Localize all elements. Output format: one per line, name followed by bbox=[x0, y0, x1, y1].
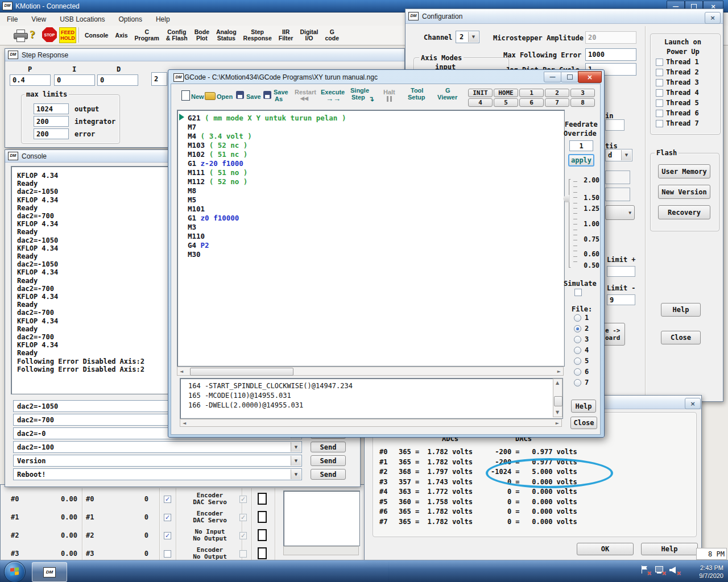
p-field[interactable]: 0.4 bbox=[10, 74, 51, 86]
file-radio-6[interactable] bbox=[574, 368, 581, 376]
file-radio-7[interactable] bbox=[574, 379, 581, 386]
toolbar-button-configflash[interactable]: Config& Flash bbox=[163, 27, 191, 44]
field-fragment[interactable] bbox=[605, 171, 630, 184]
thread-checkbox-4[interactable] bbox=[656, 89, 663, 97]
adc-ok-button[interactable]: OK bbox=[577, 543, 634, 555]
file-radio-5[interactable] bbox=[574, 357, 581, 365]
file-radio-4[interactable] bbox=[574, 347, 581, 354]
field-fragment[interactable] bbox=[605, 188, 630, 201]
file-radio-1[interactable] bbox=[574, 314, 581, 322]
axis-enable-checkbox[interactable]: ✓ bbox=[164, 532, 171, 539]
jog-button-3[interactable]: 3 bbox=[570, 89, 595, 97]
new-button[interactable]: New bbox=[191, 93, 204, 100]
axis-io-checkbox[interactable] bbox=[258, 511, 267, 523]
toolbar-button-axis[interactable]: Axis bbox=[111, 27, 131, 44]
save-button[interactable]: Save bbox=[246, 93, 261, 100]
limit-minus-field[interactable]: 9 bbox=[607, 294, 635, 305]
print-icon[interactable] bbox=[14, 30, 27, 41]
thread-checkbox-3[interactable] bbox=[656, 79, 663, 86]
file-radio-2[interactable] bbox=[574, 325, 581, 332]
new-version-button[interactable]: New Version bbox=[658, 185, 710, 199]
status-vscrollbar-thumb[interactable] bbox=[554, 396, 562, 406]
axis-dropdown-fragment[interactable]: d ▼ bbox=[605, 149, 632, 161]
new-file-icon[interactable] bbox=[181, 90, 190, 101]
jog-button-1[interactable]: 1 bbox=[519, 89, 544, 97]
gain-field-fragment[interactable] bbox=[605, 119, 624, 131]
stop-icon[interactable]: STOP bbox=[42, 27, 57, 42]
tray-network-icon[interactable]: × bbox=[655, 566, 664, 575]
chevron-down-icon[interactable]: ▼ bbox=[291, 442, 301, 452]
toolbar-button-gcode[interactable]: Gcode bbox=[322, 27, 343, 44]
status-vscrollbar[interactable]: ▲ ▼ bbox=[553, 379, 562, 417]
open-folder-icon[interactable] bbox=[205, 92, 216, 100]
max-error-field[interactable]: 200 bbox=[34, 128, 69, 139]
open-button[interactable]: Open bbox=[217, 93, 233, 100]
command-combo[interactable]: dac2=-100▼ bbox=[13, 441, 302, 453]
max-output-field[interactable]: 1024 bbox=[34, 103, 69, 114]
toolbar-button-digitalio[interactable]: DigitalI/O bbox=[296, 27, 321, 44]
recovery-button[interactable]: Recovery bbox=[658, 205, 710, 219]
gcode-hscrollbar-thumb[interactable] bbox=[190, 368, 293, 376]
toolbar-button-bodeplot[interactable]: BodePlot bbox=[191, 27, 213, 44]
config-help-button[interactable]: Help bbox=[661, 303, 701, 317]
thread-checkbox-5[interactable] bbox=[656, 99, 663, 107]
max-integrator-field[interactable]: 200 bbox=[34, 116, 69, 127]
max-following-error-field[interactable]: 1000 bbox=[585, 48, 636, 61]
gcode-maximize-button[interactable] bbox=[561, 72, 578, 82]
tool-setup-button[interactable]: Tool bbox=[411, 87, 423, 94]
adc-help-button[interactable]: Help bbox=[641, 543, 698, 555]
help-icon[interactable]: ? bbox=[30, 28, 35, 41]
axis-io-checkbox[interactable] bbox=[258, 529, 267, 541]
restart-button[interactable]: Restart bbox=[295, 89, 316, 95]
taskbar-clock[interactable]: 2:43 PM 9/7/2020 bbox=[682, 563, 723, 580]
axis-secondary-checkbox[interactable]: ✓ bbox=[239, 496, 247, 503]
save-as-button[interactable]: Save bbox=[274, 89, 288, 95]
simulate-checkbox[interactable] bbox=[574, 289, 582, 296]
limit-plus-field[interactable] bbox=[607, 266, 635, 277]
channel-field[interactable]: 2 bbox=[151, 72, 167, 86]
thread-checkbox-2[interactable] bbox=[656, 69, 663, 76]
jog-button-init[interactable]: INIT bbox=[468, 89, 493, 97]
axis-enable-checkbox[interactable] bbox=[164, 550, 171, 558]
gcode-hscrollbar[interactable]: ◄ ► bbox=[177, 367, 564, 376]
command-combo[interactable]: Version▼ bbox=[13, 455, 302, 467]
thread-checkbox-6[interactable] bbox=[656, 110, 663, 117]
config-close-button[interactable]: Close bbox=[661, 331, 701, 344]
file-radio-3[interactable] bbox=[574, 336, 581, 343]
save-as-icon[interactable] bbox=[263, 91, 271, 99]
jog-button-home[interactable]: HOME bbox=[494, 89, 518, 97]
toolbar-button-iirfilter[interactable]: IIRFilter bbox=[275, 27, 297, 44]
tray-flag-icon[interactable]: × bbox=[640, 566, 650, 575]
single-step-button[interactable]: Single bbox=[350, 87, 369, 94]
send-button[interactable]: Send bbox=[311, 455, 346, 466]
gcode-close-button[interactable]: × bbox=[578, 71, 602, 83]
chevron-down-icon[interactable]: ▼ bbox=[621, 150, 631, 160]
user-memory-button[interactable]: User Memory bbox=[658, 164, 710, 178]
axis-side-panel[interactable] bbox=[283, 490, 360, 546]
d-field[interactable]: 0 bbox=[97, 74, 138, 86]
thread-checkbox-1[interactable] bbox=[656, 59, 663, 66]
start-button[interactable] bbox=[4, 561, 26, 582]
menu-usb-locations[interactable]: USB Locations bbox=[53, 13, 111, 26]
taskbar-kmotion-button[interactable]: DM bbox=[32, 562, 67, 582]
thread-checkbox-7[interactable] bbox=[656, 120, 663, 127]
tool-setup-button-line2[interactable]: Setup bbox=[408, 94, 425, 101]
axis-enable-checkbox[interactable]: ✓ bbox=[164, 514, 171, 521]
menu-help[interactable]: Help bbox=[149, 13, 177, 26]
chevron-down-icon[interactable]: ▼ bbox=[291, 469, 301, 479]
send-button[interactable]: Send bbox=[311, 442, 346, 452]
jog-button-6[interactable]: 6 bbox=[519, 98, 544, 107]
gcode-status-box[interactable]: 164 -START_SPINDLE_CLOCKWISE()@14947.234… bbox=[180, 378, 563, 419]
save-icon[interactable] bbox=[236, 91, 244, 99]
adc-dac-close-icon[interactable]: × bbox=[685, 398, 701, 409]
axis-secondary-checkbox[interactable]: ✓ bbox=[239, 514, 247, 521]
feedrate-slider-track[interactable] bbox=[569, 179, 571, 268]
gcode-editor[interactable]: G21 ( mm mode X Y untuk turun pelan )M7M… bbox=[177, 110, 565, 367]
tray-volume-icon[interactable]: × bbox=[669, 566, 679, 575]
menu-view[interactable]: View bbox=[24, 13, 53, 26]
gcode-help-button[interactable]: Help bbox=[571, 400, 596, 413]
axis-secondary-checkbox[interactable]: ✓ bbox=[239, 532, 247, 539]
jog-button-8[interactable]: 8 bbox=[570, 98, 595, 107]
command-combo[interactable]: Reboot!▼ bbox=[13, 468, 302, 480]
axis-io-checkbox[interactable] bbox=[258, 493, 267, 505]
